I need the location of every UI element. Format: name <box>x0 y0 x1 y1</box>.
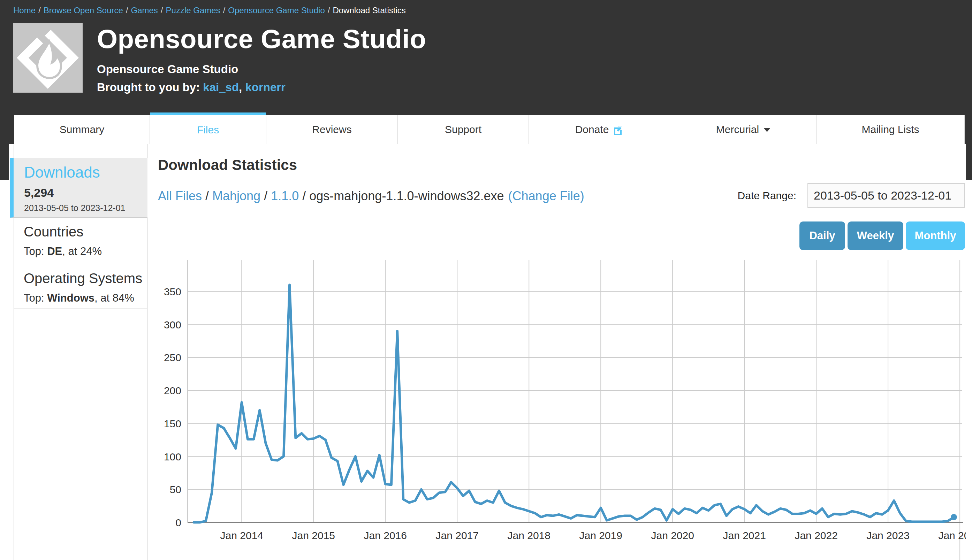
sidebar-item-downloads[interactable]: Downloads 5,294 2013-05-05 to 2023-12-01 <box>10 158 147 218</box>
svg-text:300: 300 <box>164 319 181 330</box>
caret-down-icon <box>764 128 770 132</box>
breadcrumb-separator: / <box>161 5 163 15</box>
svg-text:50: 50 <box>170 484 181 495</box>
countries-top-suffix: , at 24% <box>62 245 102 257</box>
project-header: Opensource Game Studio Opensource Game S… <box>13 23 426 94</box>
breadcrumb-link-puzzle-games[interactable]: Puzzle Games <box>166 5 220 15</box>
svg-text:Jan 2023: Jan 2023 <box>867 530 909 541</box>
downloads-chart: 050100150200250300350Jan 2014Jan 2015Jan… <box>156 258 966 560</box>
page-title: Download Statistics <box>158 157 297 173</box>
sidebar: Downloads 5,294 2013-05-05 to 2023-12-01… <box>13 144 147 560</box>
page: Home/Browse Open Source/Games/Puzzle Gam… <box>0 0 972 560</box>
tab-reviews[interactable]: Reviews <box>266 115 398 144</box>
svg-text:250: 250 <box>164 352 181 363</box>
daily-button[interactable]: Daily <box>800 222 845 250</box>
project-logo <box>13 23 83 93</box>
downloads-date-range: 2013-05-05 to 2023-12-01 <box>24 203 147 213</box>
os-top-label: Top: <box>24 292 47 304</box>
content: Downloads 5,294 2013-05-05 to 2023-12-01… <box>9 144 966 560</box>
byline: Brought to you by: kai_sd, kornerr <box>97 81 426 94</box>
monthly-button[interactable]: Monthly <box>906 222 965 250</box>
os-top: Top: Windows, at 84% <box>24 292 147 304</box>
byline-separator: , <box>239 81 245 94</box>
sidebar-item-countries[interactable]: Countries Top: DE, at 24% <box>14 218 147 264</box>
file-path-version[interactable]: 1.1.0 <box>271 189 299 203</box>
project-subtitle: Opensource Game Studio <box>97 63 426 76</box>
breadcrumb-link-games[interactable]: Games <box>131 5 158 15</box>
svg-text:Jan 2015: Jan 2015 <box>292 530 335 541</box>
date-range: Date Range: <box>738 183 965 208</box>
breadcrumb-current: Download Statistics <box>333 5 405 15</box>
tab-mailing-lists-label: Mailing Lists <box>862 123 919 135</box>
breadcrumb-link-project[interactable]: Opensource Game Studio <box>228 5 325 15</box>
sidebar-item-operating-systems[interactable]: Operating Systems Top: Windows, at 84% <box>14 264 147 309</box>
svg-text:Jan 2022: Jan 2022 <box>795 530 837 541</box>
tab-mercurial[interactable]: Mercurial <box>670 115 816 144</box>
os-heading: Operating Systems <box>24 271 147 286</box>
svg-text:Jan 2017: Jan 2017 <box>436 530 478 541</box>
svg-text:0: 0 <box>176 517 181 528</box>
file-path-separator: / <box>264 189 268 203</box>
tab-support[interactable]: Support <box>398 115 529 144</box>
file-path-separator: / <box>205 189 209 203</box>
breadcrumb-separator: / <box>223 5 226 15</box>
tab-files[interactable]: Files <box>150 115 266 144</box>
maintainer-link-kornerr[interactable]: kornerr <box>245 81 286 94</box>
file-breadcrumb: All Files/Mahjong/1.1.0/ogs-mahjong-1.1.… <box>158 189 584 203</box>
os-top-value: Windows <box>47 292 94 304</box>
svg-text:Jan 2020: Jan 2020 <box>651 530 694 541</box>
svg-text:150: 150 <box>164 418 181 429</box>
tab-support-label: Support <box>445 123 482 135</box>
tab-reviews-label: Reviews <box>312 123 351 135</box>
breadcrumb-separator: / <box>126 5 128 15</box>
project-title: Opensource Game Studio <box>97 23 426 55</box>
svg-text:Jan 2021: Jan 2021 <box>723 530 766 541</box>
tab-mercurial-label: Mercurial <box>716 123 759 135</box>
svg-text:Jan 2024: Jan 2024 <box>938 530 966 541</box>
countries-heading: Countries <box>24 224 147 240</box>
file-path-mahjong[interactable]: Mahjong <box>212 189 261 203</box>
maintainer-link-kai-sd[interactable]: kai_sd <box>203 81 239 94</box>
downloads-title: Downloads <box>24 164 147 181</box>
breadcrumb-link-browse-open-source[interactable]: Browse Open Source <box>43 5 123 15</box>
file-path-filename: ogs-mahjong-1.1.0-windows32.exe <box>309 189 504 203</box>
date-range-input[interactable] <box>808 183 965 208</box>
file-path-all-files[interactable]: All Files <box>158 189 202 203</box>
change-file-link[interactable]: (Change File) <box>508 189 584 203</box>
weekly-button[interactable]: Weekly <box>848 222 903 250</box>
os-top-suffix: , at 84% <box>94 292 134 304</box>
breadcrumb-separator: / <box>38 5 41 15</box>
breadcrumb-link-home[interactable]: Home <box>13 5 35 15</box>
granularity-buttons: Daily Weekly Monthly <box>800 222 965 250</box>
byline-prefix: Brought to you by: <box>97 81 200 94</box>
downloads-count: 5,294 <box>24 186 147 200</box>
svg-text:100: 100 <box>164 451 181 462</box>
tab-files-label: Files <box>197 124 219 136</box>
countries-top-label: Top: <box>24 245 47 257</box>
svg-text:Jan 2014: Jan 2014 <box>220 530 263 541</box>
tab-donate[interactable]: Donate <box>529 115 670 144</box>
countries-top-value: DE <box>47 245 62 257</box>
flame-diamond-icon <box>13 23 83 93</box>
tab-summary[interactable]: Summary <box>14 115 150 144</box>
file-path-separator: / <box>302 189 306 203</box>
external-link-icon <box>613 125 623 135</box>
breadcrumb: Home/Browse Open Source/Games/Puzzle Gam… <box>13 5 406 15</box>
countries-top: Top: DE, at 24% <box>24 245 147 258</box>
svg-text:Jan 2018: Jan 2018 <box>508 530 550 541</box>
svg-text:200: 200 <box>164 385 181 396</box>
tab-bar: Summary Files Reviews Support Donate Mer… <box>14 115 965 144</box>
date-range-label: Date Range: <box>738 190 796 202</box>
svg-text:Jan 2019: Jan 2019 <box>579 530 622 541</box>
svg-text:350: 350 <box>164 286 181 297</box>
project-header-text: Opensource Game Studio Opensource Game S… <box>97 23 426 94</box>
tab-summary-label: Summary <box>60 123 104 135</box>
breadcrumb-separator: / <box>328 5 330 15</box>
tab-mailing-lists[interactable]: Mailing Lists <box>816 115 965 144</box>
tab-donate-label: Donate <box>575 123 609 135</box>
svg-text:Jan 2016: Jan 2016 <box>364 530 407 541</box>
